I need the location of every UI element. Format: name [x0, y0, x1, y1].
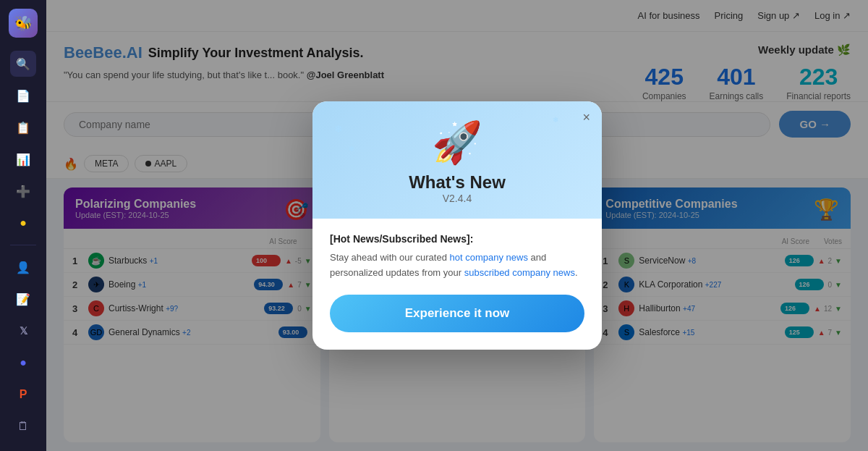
- sidebar-notes[interactable]: 📝: [10, 286, 36, 312]
- sidebar-product[interactable]: P: [10, 382, 36, 408]
- modal-description: Stay ahead with our curated hot company …: [330, 250, 584, 281]
- snowflake-icon: ❄: [334, 123, 343, 135]
- hot-company-news-link[interactable]: hot company news: [450, 252, 528, 263]
- sidebar-twitter[interactable]: 𝕏: [10, 318, 36, 344]
- sidebar-discord[interactable]: ●: [10, 350, 36, 376]
- main-content: AI for business Pricing Sign up ↗ Log in…: [46, 0, 868, 451]
- modal-title: What's New: [409, 172, 506, 193]
- modal-version: V2.4.4: [443, 193, 472, 204]
- modal-text-before: Stay ahead with our curated: [330, 252, 450, 263]
- sidebar-circle[interactable]: ●: [10, 210, 36, 236]
- logo[interactable]: 🐝: [9, 9, 38, 38]
- modal-close-button[interactable]: ×: [582, 110, 590, 125]
- sidebar: 🐝 🔍 📄 📋 📊 ➕ ● 👤 📝 𝕏 ● P 🗒: [0, 0, 46, 451]
- modal-section-title: [Hot News/Subscribed News]:: [330, 233, 584, 245]
- sidebar-chart[interactable]: 📊: [10, 146, 36, 172]
- subscribed-news-link[interactable]: subscribed company news: [464, 267, 575, 278]
- sidebar-search[interactable]: 🔍: [10, 51, 36, 77]
- snowflake-icon3: ❄: [553, 116, 558, 124]
- sidebar-person[interactable]: 👤: [10, 254, 36, 280]
- modal-text-after: .: [575, 267, 578, 278]
- snowflake-icon2: ❄: [349, 145, 354, 153]
- experience-now-button[interactable]: Experience it now: [330, 295, 584, 332]
- whats-new-modal: × ❄ ❄ ❄ 🚀 What's New V2.4.4 [Hot News/Su…: [312, 101, 602, 350]
- modal-header: × ❄ ❄ ❄ 🚀 What's New V2.4.4: [312, 101, 602, 219]
- modal-overlay[interactable]: × ❄ ❄ ❄ 🚀 What's New V2.4.4 [Hot News/Su…: [46, 0, 868, 451]
- rocket-emoji: 🚀: [432, 119, 482, 167]
- sidebar-board[interactable]: 🗒: [10, 413, 36, 439]
- modal-body: [Hot News/Subscribed News]: Stay ahead w…: [312, 219, 602, 350]
- sidebar-divider: [10, 245, 36, 245]
- sidebar-add[interactable]: ➕: [10, 178, 36, 204]
- sidebar-list[interactable]: 📋: [10, 114, 36, 140]
- sidebar-document[interactable]: 📄: [10, 83, 36, 109]
